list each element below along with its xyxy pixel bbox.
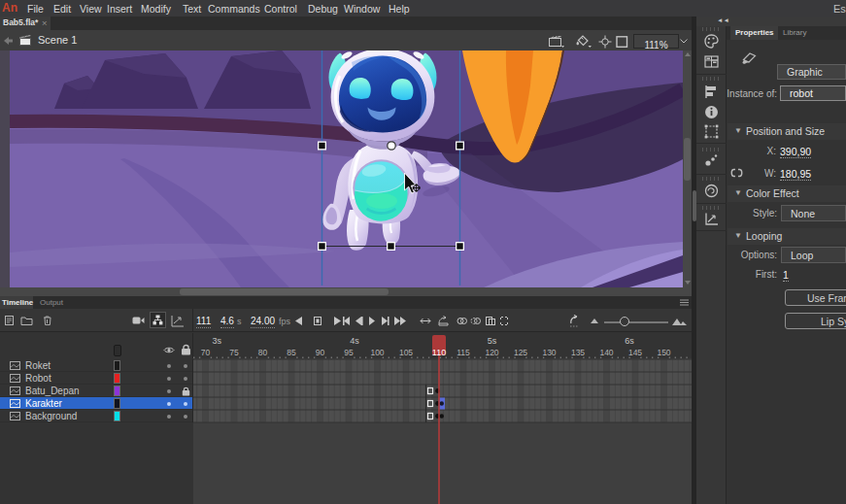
svg-text:105: 105 bbox=[399, 348, 413, 357]
svg-text:130: 130 bbox=[542, 348, 556, 357]
svg-text:100: 100 bbox=[370, 348, 384, 357]
svg-text:75: 75 bbox=[229, 348, 239, 357]
svg-text:115: 115 bbox=[457, 348, 470, 357]
svg-text:135: 135 bbox=[571, 348, 585, 357]
svg-text:140: 140 bbox=[599, 348, 613, 357]
svg-text:85: 85 bbox=[287, 348, 296, 357]
svg-text:4s: 4s bbox=[350, 336, 359, 346]
svg-text:95: 95 bbox=[344, 348, 354, 357]
svg-text:120: 120 bbox=[485, 348, 498, 357]
svg-text:5s: 5s bbox=[488, 336, 497, 346]
svg-text:70: 70 bbox=[201, 348, 211, 357]
svg-text:90: 90 bbox=[316, 348, 325, 357]
svg-text:3s: 3s bbox=[213, 336, 222, 346]
svg-text:150: 150 bbox=[657, 348, 670, 357]
svg-text:80: 80 bbox=[258, 348, 268, 357]
svg-text:6s: 6s bbox=[625, 336, 634, 346]
svg-text:125: 125 bbox=[514, 348, 527, 357]
svg-text:145: 145 bbox=[628, 348, 642, 357]
